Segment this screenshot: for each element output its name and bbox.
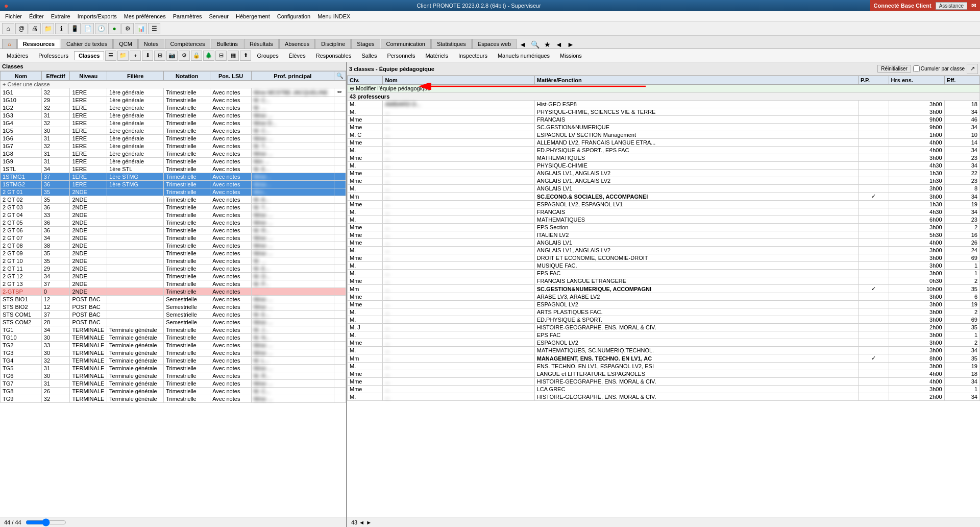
nav-prev[interactable]: ◄	[517, 40, 528, 49]
home-toolbar-btn[interactable]: ⌂	[2, 23, 14, 34]
table-row[interactable]: TG932TERMINALETerminale généraleTrimestr…	[1, 395, 346, 403]
rcol-nom[interactable]: Nom	[383, 76, 534, 85]
table-row[interactable]: TG233TERMINALETerminale généraleTrimestr…	[1, 342, 346, 349]
table-row[interactable]: 1G2321ERE1ère généraleTrimestrielleAvec …	[1, 104, 346, 112]
menu-item-importsexports[interactable]: Imports/Exports	[75, 13, 120, 20]
sub-manuels[interactable]: Manuels numériques	[493, 51, 554, 60]
create-class-row[interactable]: + Créer une classe	[1, 81, 346, 88]
table-row[interactable]: STS COM137POST BACSemestrielleAvec notes…	[1, 311, 346, 319]
list-item[interactable]: M....MATHEMATIQUES, SC.NUMERIQ.TECHNOL.3…	[348, 347, 980, 354]
list-item[interactable]: M....ENS. TECHNO. EN LV1, ESPAGNOL LV2, …	[348, 363, 980, 370]
menu-item-fichier[interactable]: Fichier	[2, 13, 25, 20]
list-item[interactable]: Mme...ALLEMAND LV2, FRANCAIS LANGUE ETRA…	[348, 139, 980, 147]
nav-left[interactable]: ◄	[553, 40, 565, 49]
table-row[interactable]: TG134TERMINALETerminale généraleTrimestr…	[1, 326, 346, 334]
sub-materiels[interactable]: Matériels	[421, 51, 453, 60]
menu-item-extraire[interactable]: Extraire	[48, 13, 74, 20]
tab-discipline[interactable]: Discipline	[315, 39, 351, 49]
tab-cahier[interactable]: Cahier de textes	[61, 39, 113, 49]
tab-statistiques[interactable]: Statistiques	[431, 39, 472, 49]
list-item[interactable]: Mm...SC.GESTION&NUMERIQUE, ACCOMPAGNI✓10…	[348, 285, 980, 293]
table-row[interactable]: 1G5301ERE1ère généraleTrimestrielleAvec …	[1, 127, 346, 135]
phone-btn[interactable]: 📱	[68, 23, 81, 34]
list-item[interactable]: M....ANGLAIS LV1, ANGLAIS LV23h0024	[348, 247, 980, 254]
list-item[interactable]: M. C...ESPAGNOL LV SECTION Management1h0…	[348, 131, 980, 139]
table-row[interactable]: STS BIO112POST BACSemestrielleAvec notes…	[1, 296, 346, 303]
table-row[interactable]: TG630TERMINALETerminale généraleTrimestr…	[1, 372, 346, 380]
reset-button[interactable]: Réinitialiser	[877, 65, 911, 73]
list-item[interactable]: Mm...MANAGEMENT, ENS. TECHNO. EN LV1, AC…	[348, 354, 980, 363]
sub-inspecteurs[interactable]: Inspecteurs	[454, 51, 492, 60]
list-item[interactable]: Mm...SC.ECONO.& SOCIALES, ACCOMPAGNEI✓3h…	[348, 193, 980, 201]
tab-bulletins[interactable]: Bulletins	[211, 39, 243, 49]
table-row[interactable]: 2-GTSP02NDETrimestrielleAvec notes	[1, 288, 346, 296]
list-item[interactable]: M.AMBIARD D...Hist-GEO ESP83h0018	[348, 101, 980, 108]
tab-home[interactable]: ⌂	[2, 39, 17, 49]
menu-item-diter[interactable]: Éditer	[26, 13, 47, 20]
menu-item-configuration[interactable]: Configuration	[274, 13, 313, 20]
print-btn[interactable]: 🖨	[29, 23, 41, 34]
settings-btn[interactable]: ⚙	[121, 23, 134, 34]
list-item[interactable]: M....HISTOIRE-GEOGRAPHE, ENS. MORAL & CI…	[348, 393, 980, 401]
import-btn[interactable]: ⬇	[142, 51, 153, 61]
tab-absences[interactable]: Absences	[279, 39, 315, 49]
tab-competences[interactable]: Compétences	[165, 39, 211, 49]
list-item[interactable]: Mme...ANGLAIS LV1, ANGLAIS LV21h3022	[348, 170, 980, 177]
table-row[interactable]: 2 GT 09352NDETrimestrielleAvec notesMme …	[1, 250, 346, 257]
table-row[interactable]: 1G3311ERE1ère généraleTrimestrielleAvec …	[1, 112, 346, 119]
table-row[interactable]: 2 GT 01352NDETrimestrielleAvec notesMm..…	[1, 188, 346, 196]
modify-team-row[interactable]: ⊕ Modifier l'équipe pédagogique	[348, 85, 980, 93]
list-item[interactable]: Mme...ESPAGNOL LV2, ESPAGNOL LV11h3019	[348, 201, 980, 208]
tab-espaces-web[interactable]: Espaces web	[472, 39, 517, 49]
cumuler-checkbox[interactable]	[913, 65, 920, 72]
list-item[interactable]: Mme...EPS Section3h002	[348, 224, 980, 231]
table-row[interactable]: 2 GT 10352NDETrimestrielleAvec notesM. .…	[1, 257, 346, 265]
scroll-slider[interactable]	[26, 518, 66, 526]
sub-responsables[interactable]: Responsables	[311, 51, 356, 60]
table-row[interactable]: 2 GT 03362NDETrimestrielleAvec notesM. T…	[1, 204, 346, 211]
table-btn[interactable]: ▦	[228, 51, 239, 61]
table-row[interactable]: 2 GT 06362NDETrimestrielleAvec notesM. R…	[1, 227, 346, 234]
table-row[interactable]: 2 GT 04332NDETrimestrielleAvec notesMme …	[1, 211, 346, 219]
list-item[interactable]: Mme...ESPAGNOL LV23h002	[348, 339, 980, 347]
list-item[interactable]: Mme...LANGUE et LITTERATURE ESPAGNOLES4h…	[348, 370, 980, 378]
table-row[interactable]: 1G10291ERE1ère généraleTrimestrielleAvec…	[1, 97, 346, 104]
list-item[interactable]: Mme...HISTOIRE-GEOGRAPHE, ENS. MORAL & C…	[348, 378, 980, 386]
table-row[interactable]: STS BIO212POST BACSemestrielleAvec notes…	[1, 303, 346, 311]
table-row[interactable]: 2 GT 13372NDETrimestrielleAvec notesM. P…	[1, 280, 346, 288]
table-row[interactable]: 1STMG2361ERE1ère STMGTrimestrielleAvec n…	[1, 181, 346, 188]
list-item[interactable]: M....PHYSIQUE-CHIMIE4h3034	[348, 162, 980, 170]
col-prof[interactable]: Prof. principal	[252, 71, 334, 81]
email-btn[interactable]: @	[15, 23, 28, 34]
green-btn[interactable]: ●	[108, 23, 120, 34]
tab-resultats[interactable]: Résultats	[244, 39, 279, 49]
col-notation[interactable]: Notation	[164, 71, 210, 81]
right-panel-expand-btn[interactable]: ↗	[967, 64, 978, 74]
list-item[interactable]: M....MATHEMATIQUES6h0023	[348, 216, 980, 224]
sub-personnels[interactable]: Personnels	[382, 51, 420, 60]
table-row[interactable]: TG531TERMINALETerminale généraleTrimestr…	[1, 365, 346, 372]
list-item[interactable]: M....ED.PHYSIQUE & SPORT.3h0069	[348, 316, 980, 324]
tab-qcm[interactable]: QCM	[113, 39, 138, 49]
envelope-icon[interactable]: ✉	[971, 3, 976, 9]
list-item[interactable]: M....FRANCAIS4h3034	[348, 208, 980, 216]
table-row[interactable]: TG432TERMINALETerminale généraleTrimestr…	[1, 357, 346, 365]
table-row[interactable]: TG330TERMINALETerminale généraleTrimestr…	[1, 349, 346, 357]
table-row[interactable]: STS COM228POST BACSemestrielleAvec notes…	[1, 319, 346, 326]
list-item[interactable]: M....MUSIQUE FAC.3h001	[348, 262, 980, 270]
table-row[interactable]: 1G1321ERE1ère généraleTrimestrielleAvec …	[1, 88, 346, 97]
menu-item-mesprfrences[interactable]: Mes préférences	[121, 13, 169, 20]
menu-item-hbergement[interactable]: Hébergement	[233, 13, 273, 20]
sub-classes[interactable]: Classes	[74, 51, 105, 60]
sub-eleves[interactable]: Élèves	[284, 51, 310, 60]
tab-stages[interactable]: Stages	[351, 39, 380, 49]
col-effectif[interactable]: Effectif	[41, 71, 70, 81]
table-row[interactable]: 1STL341ERE1ère STLTrimestrielleAvec note…	[1, 165, 346, 173]
col-pos-lsu[interactable]: Pos. LSU	[210, 71, 252, 81]
grid-btn[interactable]: ⊞	[154, 51, 165, 61]
photo-btn[interactable]: 📷	[166, 51, 178, 61]
list-item[interactable]: M....EPS FAC3h001	[348, 331, 980, 339]
table-row[interactable]: 2 GT 02352NDETrimestrielleAvec notesM. A…	[1, 196, 346, 204]
sub-missions[interactable]: Missions	[555, 51, 586, 60]
list-item[interactable]: Mme...ANGLAIS LV14h0026	[348, 239, 980, 247]
